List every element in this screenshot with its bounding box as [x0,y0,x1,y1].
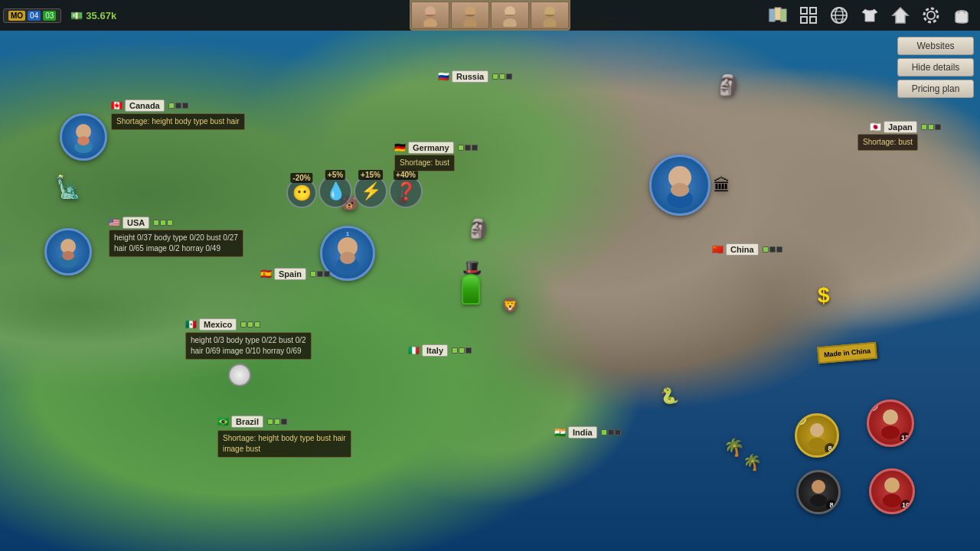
bonus-icon-3[interactable]: ⚡ +15% [354,174,387,208]
websites-button[interactable]: Websites [897,37,974,55]
chip-russia-figure [652,157,708,214]
soccer-ball [228,364,251,386]
japan-shortage: Shortage: bust [858,134,918,151]
india-bar [601,429,621,435]
chip-usa[interactable] [44,228,92,276]
portrait-2[interactable] [451,2,489,29]
chip-br4[interactable]: 10 [869,468,915,514]
globe-icon[interactable] [827,3,851,28]
country-spain[interactable]: 🇪🇸 Spain [260,268,330,280]
bonus-emoji-2: 💧 [325,181,346,201]
country-germany[interactable]: 🇩🇪 Germany [394,142,478,154]
russia-bar [492,73,512,80]
pricing-plan-button[interactable]: Pricing plan [897,80,974,98]
china-bar [763,246,782,253]
map-icon[interactable] [766,3,790,28]
chip-canada[interactable] [60,113,107,161]
parthenon-landmark: 🏛 [714,176,730,196]
snake-landmark: 🐍 [660,386,679,405]
mexico-flag: 🇲🇽 [185,320,197,329]
bonus-emoji-3: ⚡ [361,181,381,201]
bonus-icon-1[interactable]: 😶 -20% [286,178,317,208]
germany-shortage: Shortage: bust [394,155,455,171]
chip-br4-number: 10 [900,500,911,510]
svg-point-1 [423,18,437,27]
sphinx-landmark: 🦁 [501,297,518,314]
country-india[interactable]: 🇮🇳 India [554,426,621,439]
chip-russia[interactable] [649,155,710,216]
svg-marker-20 [893,8,908,23]
portrait-3[interactable] [491,2,529,29]
hide-details-button[interactable]: Hide details [897,58,974,77]
bonus-icon-4[interactable]: ❓ +40% [389,174,423,208]
country-canada[interactable]: 🇨🇦 Canada [111,99,188,112]
country-usa[interactable]: 🇺🇸 USA [109,217,173,229]
svg-point-39 [810,494,827,507]
house-icon[interactable] [888,3,913,28]
bonus-icon-2[interactable]: 💧 +5% [318,174,352,208]
svg-rect-8 [769,9,775,21]
portrait-1[interactable] [411,2,449,29]
portrait-4[interactable] [531,2,569,29]
svg-point-21 [927,11,935,19]
svg-point-36 [810,423,824,437]
mexico-stats: height 0/3 body type 0/22 bust 0/2 hair … [185,332,312,360]
japan-flag: 🇯🇵 [870,122,881,132]
green-cylinder [462,274,480,305]
status-badge-1: 04 [28,11,41,21]
svg-point-22 [924,8,938,22]
country-brazil[interactable]: 🇧🇷 Brazil [217,416,287,428]
svg-rect-12 [810,8,816,14]
mexico-name: Mexico [199,318,237,331]
chip-br2[interactable]: ×4 12 [867,399,914,447]
svg-rect-14 [810,17,816,23]
japan-bar [921,124,941,130]
canada-flag: 🇨🇦 [111,101,122,110]
money-display: 💵 35.67k [70,10,116,21]
country-russia[interactable]: 🇷🇺 Russia [438,70,512,83]
country-italy[interactable]: 🇮🇹 Italy [408,344,472,357]
purse-icon[interactable] [949,3,974,28]
svg-point-40 [812,480,825,494]
country-mexico[interactable]: 🇲🇽 Mexico [185,318,260,331]
svg-rect-11 [801,8,807,14]
svg-point-37 [881,425,900,439]
china-name: China [726,243,759,256]
svg-point-3 [463,18,477,27]
shirt-icon[interactable] [858,3,882,28]
usa-stat1: height 0/37 body type 0/20 bust 0/27 [114,233,238,243]
mexico-bar [240,321,260,328]
chip-br3[interactable]: 8 [796,470,841,514]
dollar-sign: $ [818,283,830,308]
palm-tree-2: 🌴 [743,453,762,471]
bonus-icons-row: 😶 -20% 💧 +5% ⚡ +15% ❓ +40% [286,174,423,208]
germany-flag: 🇩🇪 [394,143,406,152]
toolbar-icons [766,3,974,28]
usa-bar [153,220,173,226]
chip-usa-figure [47,230,90,273]
spain-name: Spain [274,268,306,280]
world-map [0,0,980,551]
india-flag: 🇮🇳 [554,428,566,437]
country-china[interactable]: 🇨🇳 China [712,243,782,256]
svg-point-7 [543,18,557,27]
usa-flag: 🇺🇸 [109,218,120,227]
brazil-shortage-text2: image bust [223,444,346,455]
grid-icon[interactable] [796,3,821,28]
svg-point-31 [340,252,355,264]
canada-name: Canada [125,99,165,112]
chip-br1[interactable]: ×3 8 [795,413,839,458]
country-japan[interactable]: 🇯🇵 Japan [870,121,941,133]
chip-canada-figure [62,116,105,158]
chip-br3-number: 8 [826,500,837,510]
mo-status: MO 04 03 [3,8,61,23]
svg-point-35 [808,438,825,450]
bonus-emoji-1: 😶 [292,184,312,202]
germany-shortage-text: Shortage: bust [400,158,449,168]
canada-bar [168,103,188,109]
brazil-shortage: Shortage: height body type bust hair ima… [217,430,351,458]
portraits-bar[interactable] [410,0,570,31]
svg-point-41 [883,494,901,507]
made-in-china-text: Made in China [824,347,871,358]
gear-icon[interactable] [919,3,943,28]
